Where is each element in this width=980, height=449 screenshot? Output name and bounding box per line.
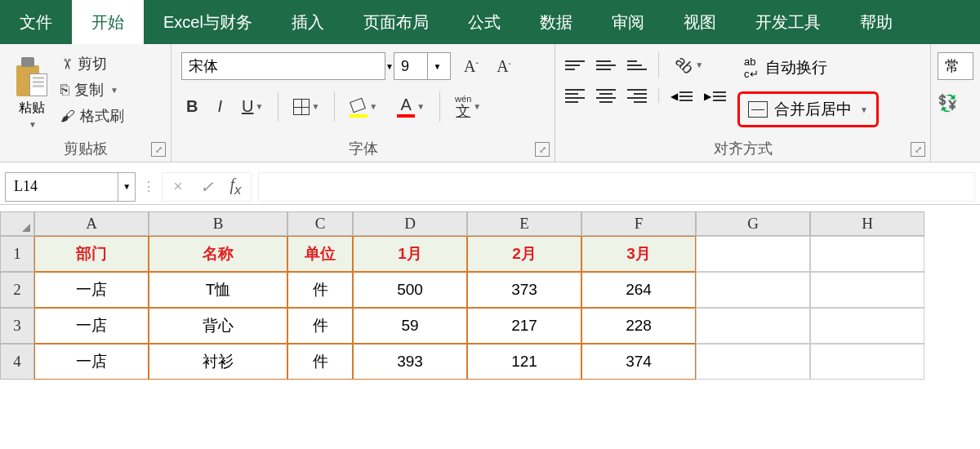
align-left-button[interactable]: [565, 89, 585, 103]
align-right-button[interactable]: [627, 89, 647, 103]
copy-button[interactable]: ⎘ 复制 ▼: [60, 80, 124, 100]
cell[interactable]: [696, 236, 810, 272]
font-size-combo[interactable]: ▼: [394, 52, 451, 80]
tab-开发工具[interactable]: 开发工具: [736, 0, 840, 44]
borders-button[interactable]: ▼: [288, 96, 324, 118]
accounting-format-button[interactable]: 💱: [938, 93, 973, 113]
tab-帮助[interactable]: 帮助: [840, 0, 912, 44]
alignment-launcher[interactable]: ⤢: [911, 142, 925, 157]
chevron-down-icon[interactable]: ▼: [118, 173, 135, 201]
formula-input[interactable]: [258, 172, 975, 202]
clipboard-launcher[interactable]: ⤢: [151, 142, 166, 157]
wrap-text-button[interactable]: abc↵ 自动换行: [737, 52, 879, 83]
italic-button[interactable]: I: [212, 94, 227, 119]
row-header[interactable]: 2: [0, 272, 34, 308]
column-header[interactable]: G: [696, 211, 810, 236]
bold-button[interactable]: B: [181, 94, 203, 119]
name-box[interactable]: ▼: [5, 172, 136, 202]
align-bottom-button[interactable]: [627, 60, 647, 70]
cell[interactable]: 一店: [34, 308, 149, 344]
align-center-button[interactable]: [596, 89, 616, 103]
chevron-down-icon[interactable]: ▼: [427, 53, 447, 79]
cell[interactable]: 500: [353, 272, 467, 308]
increase-font-button[interactable]: Aˆ: [459, 54, 483, 79]
underline-button[interactable]: U▼: [237, 94, 268, 119]
font-size-input[interactable]: [394, 53, 427, 79]
cell[interactable]: 228: [581, 308, 696, 344]
column-header[interactable]: E: [467, 211, 581, 236]
cell[interactable]: 2月: [467, 236, 581, 272]
row-header[interactable]: 3: [0, 308, 34, 344]
orientation-button[interactable]: ab▼: [670, 52, 708, 78]
font-name-combo[interactable]: ▼: [181, 52, 385, 80]
cell[interactable]: [696, 344, 810, 380]
spreadsheet-grid: 1234ABCDEFGH部门名称单位1月2月3月一店T恤件500373264一店…: [0, 211, 980, 380]
tab-视图[interactable]: 视图: [664, 0, 736, 44]
phonetic-button[interactable]: wén文▼: [450, 91, 486, 122]
cell[interactable]: 393: [353, 344, 467, 380]
column-header[interactable]: D: [353, 211, 467, 236]
cell[interactable]: 名称: [149, 236, 287, 272]
cell[interactable]: 59: [353, 308, 467, 344]
cell[interactable]: [696, 272, 810, 308]
font-launcher[interactable]: ⤢: [535, 142, 550, 157]
fill-color-button[interactable]: ▼: [345, 96, 382, 118]
cell[interactable]: [810, 272, 924, 308]
row-header[interactable]: 1: [0, 236, 34, 272]
tab-公式[interactable]: 公式: [448, 0, 520, 44]
cell[interactable]: 单位: [287, 236, 353, 272]
merge-center-button[interactable]: 合并后居中 ▼: [742, 96, 875, 123]
cell[interactable]: 374: [581, 344, 696, 380]
cell[interactable]: [810, 344, 924, 380]
align-top-button[interactable]: [565, 60, 585, 70]
cancel-formula-button[interactable]: ×: [172, 177, 184, 196]
cell[interactable]: 部门: [34, 236, 149, 272]
format-painter-button[interactable]: 🖌 格式刷: [60, 106, 124, 126]
cell[interactable]: 衬衫: [149, 344, 287, 380]
cell[interactable]: T恤: [149, 272, 287, 308]
cell[interactable]: 3月: [581, 236, 696, 272]
align-middle-button[interactable]: [596, 60, 616, 70]
cell[interactable]: [810, 308, 924, 344]
cell[interactable]: 件: [287, 344, 353, 380]
cut-button[interactable]: ✂ 剪切: [60, 54, 124, 73]
paste-button[interactable]: 粘贴 ▼: [10, 52, 54, 134]
tab-Excel与财务[interactable]: Excel与财务: [144, 0, 272, 44]
chevron-down-icon[interactable]: ▼: [385, 53, 394, 79]
tab-数据[interactable]: 数据: [520, 0, 592, 44]
tab-插入[interactable]: 插入: [272, 0, 344, 44]
font-name-input[interactable]: [182, 53, 385, 79]
tab-开始[interactable]: 开始: [72, 0, 144, 44]
cell[interactable]: 217: [467, 308, 581, 344]
cell[interactable]: 1月: [353, 236, 467, 272]
decrease-indent-button[interactable]: ◀: [670, 91, 693, 102]
decrease-font-button[interactable]: Aˆ: [492, 54, 515, 79]
font-color-button[interactable]: A▼: [392, 92, 430, 121]
row-header[interactable]: 4: [0, 344, 34, 380]
increase-indent-button[interactable]: ▶: [704, 91, 726, 102]
insert-function-button[interactable]: fx: [230, 176, 242, 198]
select-all-corner[interactable]: [0, 211, 34, 236]
cell[interactable]: 背心: [149, 308, 287, 344]
cell[interactable]: 件: [287, 272, 353, 308]
column-header[interactable]: B: [149, 211, 287, 236]
cell[interactable]: [696, 308, 810, 344]
tab-审阅[interactable]: 审阅: [592, 0, 664, 44]
cell[interactable]: 264: [581, 272, 696, 308]
cell[interactable]: 121: [467, 344, 581, 380]
number-format-combo[interactable]: 常: [938, 52, 973, 80]
cell[interactable]: 一店: [34, 344, 149, 380]
tab-文件[interactable]: 文件: [0, 0, 72, 44]
cell[interactable]: 一店: [34, 272, 149, 308]
tab-页面布局[interactable]: 页面布局: [344, 0, 448, 44]
column-header[interactable]: C: [287, 211, 353, 236]
cell[interactable]: 件: [287, 308, 353, 344]
wrap-ab-icon: abc↵: [744, 56, 759, 80]
name-box-input[interactable]: [6, 178, 118, 195]
column-header[interactable]: F: [581, 211, 696, 236]
column-header[interactable]: H: [810, 211, 924, 236]
cell[interactable]: [810, 236, 924, 272]
enter-formula-button[interactable]: ✓: [200, 177, 214, 197]
cell[interactable]: 373: [467, 272, 581, 308]
column-header[interactable]: A: [34, 211, 149, 236]
